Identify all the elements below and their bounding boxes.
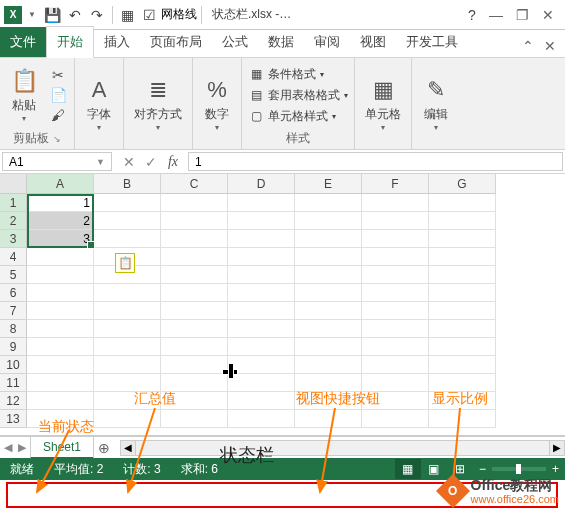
styles-label: 样式 [248,128,348,147]
help-icon[interactable]: ? [463,6,481,24]
row-header[interactable]: 8 [0,320,27,338]
format-painter-icon[interactable]: 🖌 [48,106,68,124]
cancel-icon[interactable]: ✕ [118,154,140,170]
group-styles: ▦条件格式▾ ▤套用表格格式▾ ▢单元格样式▾ 样式 [242,58,355,149]
row-header[interactable]: 5 [0,266,27,284]
cell[interactable]: 3 [27,230,94,248]
cells-area[interactable]: 1 2 3 [27,194,565,435]
sheet-nav-next-icon[interactable]: ▶ [18,441,26,454]
tab-view[interactable]: 视图 [350,27,396,57]
sheet-nav-prev-icon[interactable]: ◀ [4,441,12,454]
status-ready[interactable]: 就绪 [0,461,44,478]
tab-review[interactable]: 审阅 [304,27,350,57]
cell[interactable]: 2 [27,212,94,230]
smart-tag-icon[interactable]: 📋 [115,253,135,273]
row-header[interactable]: 6 [0,284,27,302]
row-header[interactable]: 13 [0,410,27,428]
zoom-out-icon[interactable]: − [479,462,486,476]
fx-icon[interactable]: fx [162,154,184,170]
tab-home[interactable]: 开始 [46,26,94,58]
cell-style-button[interactable]: ▢单元格样式▾ [248,107,348,126]
status-sum[interactable]: 求和: 6 [171,461,228,478]
group-clipboard: 📋 粘贴 ▾ ✂ 📄 🖌 剪贴板↘ [0,58,75,149]
zoom-slider[interactable] [492,467,546,471]
conditional-format-button[interactable]: ▦条件格式▾ [248,65,348,84]
table-format-button[interactable]: ▤套用表格格式▾ [248,86,348,105]
zoom-control[interactable]: − + [473,462,565,476]
collapse-ribbon-icon[interactable]: ⌃ [517,35,539,57]
tab-data[interactable]: 数据 [258,27,304,57]
status-average[interactable]: 平均值: 2 [44,461,113,478]
red-highlight-box [6,482,558,508]
grid-icon[interactable]: ▦ [119,6,137,24]
name-box[interactable]: A1 ▼ [2,152,112,171]
qat-dropdown-icon[interactable]: ▼ [28,10,36,19]
clipboard-label: 剪贴板 [13,130,49,147]
row-header[interactable]: 4 [0,248,27,266]
table-format-icon: ▤ [248,88,264,102]
redo-icon[interactable]: ↷ [88,6,106,24]
row-header[interactable]: 7 [0,302,27,320]
horizontal-scrollbar[interactable]: ◀ ▶ [120,440,565,456]
view-normal-icon[interactable]: ▦ [395,459,421,479]
row-header[interactable]: 12 [0,392,27,410]
close-button[interactable]: ✕ [535,4,561,26]
doc-close-icon[interactable]: ✕ [539,35,561,57]
row-header[interactable]: 2 [0,212,27,230]
group-number: %数字▾ [193,58,242,149]
col-header[interactable]: E [295,174,362,194]
cells-button[interactable]: ▦单元格▾ [361,74,405,134]
col-header[interactable]: D [228,174,295,194]
spreadsheet-grid[interactable]: A B C D E F G 1 2 3 4 5 6 7 8 9 10 11 12… [0,174,565,436]
col-header[interactable]: B [94,174,161,194]
tab-dev[interactable]: 开发工具 [396,27,468,57]
select-all-corner[interactable] [0,174,27,194]
sheet-tab[interactable]: Sheet1 [30,436,94,459]
ribbon: 📋 粘贴 ▾ ✂ 📄 🖌 剪贴板↘ A字体▾ ≣对齐方式▾ %数字▾ ▦条件格式… [0,58,565,150]
expand-icon[interactable]: ↘ [53,134,61,144]
col-header[interactable]: F [362,174,429,194]
cell[interactable]: 1 [27,194,94,212]
row-header[interactable]: 10 [0,356,27,374]
col-header[interactable]: A [27,174,94,194]
align-icon: ≣ [144,76,172,104]
paste-button[interactable]: 📋 粘贴 ▾ [6,65,42,125]
copy-icon[interactable]: 📄 [48,86,68,104]
cut-icon[interactable]: ✂ [48,66,68,84]
column-headers: A B C D E F G [27,174,565,194]
tab-insert[interactable]: 插入 [94,27,140,57]
namebox-dropdown-icon[interactable]: ▼ [96,157,105,167]
minimize-button[interactable]: — [483,4,509,26]
editing-button[interactable]: ✎编辑▾ [418,74,454,134]
col-header[interactable]: C [161,174,228,194]
scroll-left-icon[interactable]: ◀ [120,440,136,456]
tab-layout[interactable]: 页面布局 [140,27,212,57]
view-pagelayout-icon[interactable]: ▣ [421,459,447,479]
add-sheet-button[interactable]: ⊕ [94,440,114,456]
excel-logo: X [4,6,22,24]
row-header[interactable]: 1 [0,194,27,212]
number-button[interactable]: %数字▾ [199,74,235,134]
row-header[interactable]: 9 [0,338,27,356]
restore-button[interactable]: ❐ [509,4,535,26]
scroll-right-icon[interactable]: ▶ [549,440,565,456]
row-header[interactable]: 11 [0,374,27,392]
group-cells: ▦单元格▾ [355,58,412,149]
cell-style-icon: ▢ [248,109,264,123]
row-header[interactable]: 3 [0,230,27,248]
undo-icon[interactable]: ↶ [66,6,84,24]
checkbox-icon[interactable]: ☑ [141,6,159,24]
group-align: ≣对齐方式▾ [124,58,193,149]
col-header[interactable]: G [429,174,496,194]
formula-input[interactable]: 1 [188,152,563,171]
row-headers: 1 2 3 4 5 6 7 8 9 10 11 12 13 [0,194,27,428]
align-button[interactable]: ≣对齐方式▾ [130,74,186,134]
save-icon[interactable]: 💾 [44,6,62,24]
status-count[interactable]: 计数: 3 [113,461,170,478]
tab-formulas[interactable]: 公式 [212,27,258,57]
zoom-in-icon[interactable]: + [552,462,559,476]
font-button[interactable]: A字体▾ [81,74,117,134]
view-pagebreak-icon[interactable]: ⊞ [447,459,473,479]
tab-file[interactable]: 文件 [0,27,46,57]
enter-icon[interactable]: ✓ [140,154,162,170]
